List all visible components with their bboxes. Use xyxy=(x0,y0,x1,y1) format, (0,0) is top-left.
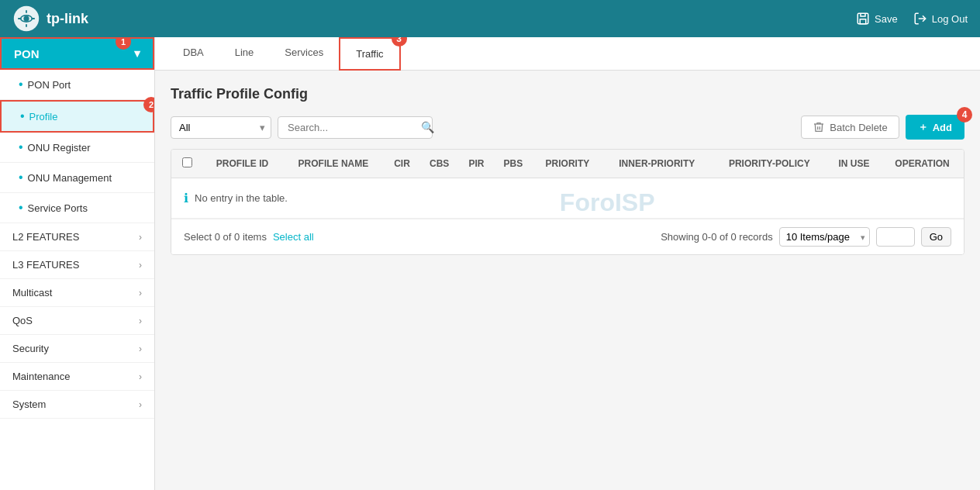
delete-icon xyxy=(813,121,825,133)
search-box: 🔍 xyxy=(278,116,433,139)
col-pbs: PBS xyxy=(494,150,533,178)
col-pir: PIR xyxy=(459,150,494,178)
content-area: DBA Line Services Traffic 3 Traffic Prof… xyxy=(155,37,980,490)
sidebar-item-label: ONU Register xyxy=(28,142,91,154)
sidebar-item-pon-port[interactable]: • PON Port xyxy=(0,70,154,100)
tabs-bar: DBA Line Services Traffic 3 xyxy=(155,37,980,71)
search-input[interactable] xyxy=(285,117,421,138)
pon-badge: 1 xyxy=(116,37,131,50)
logo-text: tp-link xyxy=(47,11,88,27)
logout-button[interactable]: Log Out xyxy=(913,12,968,26)
sidebar-item-label: Profile xyxy=(29,111,58,122)
showing-text: Showing 0-0 of 0 records xyxy=(661,231,773,243)
col-cbs: CBS xyxy=(419,150,459,178)
save-button[interactable]: Save xyxy=(856,12,898,26)
sidebar-section-multicast[interactable]: Multicast › xyxy=(0,279,154,307)
items-per-wrapper: 10 Items/page 20 Items/page 50 Items/pag… xyxy=(779,227,870,247)
data-table: PROFILE ID PROFILE NAME CIR CBS PIR PBS … xyxy=(171,150,964,219)
chevron-right-icon: › xyxy=(139,288,142,298)
filter-wrapper: All xyxy=(171,116,271,139)
pon-dropdown[interactable]: PON 1 ▾ xyxy=(0,37,154,70)
svg-point-1 xyxy=(23,16,29,21)
chevron-right-icon: › xyxy=(139,399,142,410)
col-cir: CIR xyxy=(385,150,419,178)
chevron-right-icon: › xyxy=(139,316,142,326)
items-per-page-select[interactable]: 10 Items/page 20 Items/page 50 Items/pag… xyxy=(779,227,870,247)
sidebar-section-label: L2 FEATURES xyxy=(12,231,79,243)
sidebar-section-security[interactable]: Security › xyxy=(0,335,154,363)
col-priority: PRIORITY xyxy=(533,150,602,178)
col-priority-policy: PRIORITY-POLICY xyxy=(712,150,827,178)
sidebar-item-label: PON Port xyxy=(28,79,71,91)
chevron-right-icon: › xyxy=(139,260,142,271)
search-icon: 🔍 xyxy=(421,121,434,133)
dot-icon: • xyxy=(19,171,23,185)
chevron-right-icon: › xyxy=(139,343,142,354)
save-icon xyxy=(856,12,870,26)
sidebar-section-label: Multicast xyxy=(12,287,52,298)
sidebar: PON 1 ▾ • PON Port • Profile 2 • ONU Reg… xyxy=(0,37,155,490)
add-badge: 4 xyxy=(957,107,972,122)
col-operation: OPERATION xyxy=(881,150,964,178)
footer-left: Select 0 of 0 items Select all xyxy=(184,231,314,243)
info-icon: ℹ xyxy=(184,191,188,205)
pon-label: PON xyxy=(14,47,40,60)
chevron-right-icon: › xyxy=(139,371,142,382)
dot-icon: • xyxy=(19,78,23,91)
empty-row: ℹ No entry in the table. xyxy=(171,178,964,219)
dot-icon: • xyxy=(19,201,23,215)
sidebar-section-qos[interactable]: QoS › xyxy=(0,307,154,335)
sidebar-section-label: Maintenance xyxy=(12,371,70,382)
sidebar-section-label: Security xyxy=(12,343,49,354)
tab-line[interactable]: Line xyxy=(219,37,270,70)
page-number-input[interactable] xyxy=(876,227,915,247)
profile-badge: 2 xyxy=(143,97,155,112)
sidebar-section-maintenance[interactable]: Maintenance › xyxy=(0,363,154,391)
tab-traffic[interactable]: Traffic 3 xyxy=(339,37,400,71)
tab-dba[interactable]: DBA xyxy=(167,37,219,70)
go-button[interactable]: Go xyxy=(921,227,951,247)
empty-info: ℹ No entry in the table. xyxy=(184,191,951,205)
app-header: tp-link Save Log Out xyxy=(0,0,980,37)
table-header-row: PROFILE ID PROFILE NAME CIR CBS PIR PBS … xyxy=(171,150,964,178)
toolbar: All 🔍 Batch Delete xyxy=(171,115,964,140)
table-footer: Select 0 of 0 items Select all Showing 0… xyxy=(171,219,964,254)
filter-select[interactable]: All xyxy=(171,116,271,139)
sidebar-item-profile[interactable]: • Profile 2 xyxy=(0,100,154,133)
main-layout: PON 1 ▾ • PON Port • Profile 2 • ONU Reg… xyxy=(0,37,980,490)
empty-message: No entry in the table. xyxy=(195,192,288,204)
logo-icon xyxy=(12,5,40,33)
sidebar-item-label: ONU Management xyxy=(28,172,112,184)
logout-icon xyxy=(913,12,927,26)
select-count: Select 0 of 0 items xyxy=(184,231,267,243)
sidebar-section-system[interactable]: System › xyxy=(0,391,154,419)
sidebar-section-label: L3 FEATURES xyxy=(12,259,79,271)
sidebar-section-l2[interactable]: L2 FEATURES › xyxy=(0,223,154,251)
footer-right: Showing 0-0 of 0 records 10 Items/page 2… xyxy=(661,227,951,247)
sidebar-section-label: QoS xyxy=(12,315,33,326)
tab-services[interactable]: Services xyxy=(269,37,339,70)
select-all-link[interactable]: Select all xyxy=(273,231,314,243)
traffic-badge: 3 xyxy=(392,37,407,47)
batch-delete-button[interactable]: Batch Delete xyxy=(801,116,899,139)
table-wrapper: PROFILE ID PROFILE NAME CIR CBS PIR PBS … xyxy=(171,149,964,255)
sidebar-item-service-ports[interactable]: • Service Ports xyxy=(0,193,154,223)
page-content: Traffic Profile Config All 🔍 xyxy=(155,71,980,490)
col-inner-priority: INNER-PRIORITY xyxy=(602,150,712,178)
col-profile-name: PROFILE NAME xyxy=(282,150,385,178)
add-button[interactable]: ＋ Add 4 xyxy=(906,115,964,140)
header-actions: Save Log Out xyxy=(856,12,968,26)
toolbar-right: Batch Delete ＋ Add 4 xyxy=(801,115,964,140)
logo: tp-link xyxy=(12,5,88,33)
table-container: PROFILE ID PROFILE NAME CIR CBS PIR PBS … xyxy=(171,149,964,255)
chevron-right-icon: › xyxy=(139,232,142,243)
toolbar-left: All 🔍 xyxy=(171,116,433,139)
chevron-down-icon: ▾ xyxy=(134,47,140,60)
select-all-checkbox[interactable] xyxy=(182,157,192,167)
sidebar-section-l3[interactable]: L3 FEATURES › xyxy=(0,251,154,279)
sidebar-item-onu-management[interactable]: • ONU Management xyxy=(0,163,154,193)
sidebar-item-onu-register[interactable]: • ONU Register xyxy=(0,133,154,163)
sidebar-item-label: Service Ports xyxy=(28,202,88,214)
page-title: Traffic Profile Config xyxy=(171,86,964,102)
col-checkbox xyxy=(171,150,202,178)
